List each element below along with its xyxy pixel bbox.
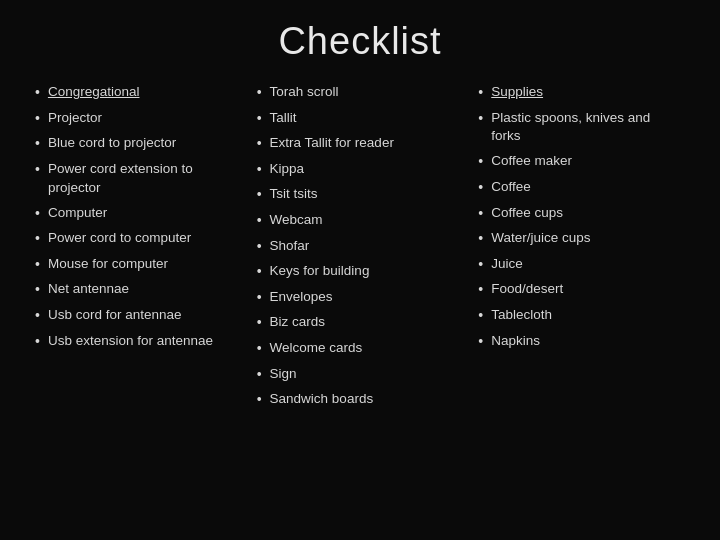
list-item-text: Computer bbox=[48, 204, 237, 223]
list-item-text: Tsit tsits bbox=[270, 185, 459, 204]
page-title: Checklist bbox=[30, 20, 690, 63]
list-item: Net antennae bbox=[35, 280, 237, 300]
list-item-text: Welcome cards bbox=[270, 339, 459, 358]
list-item: Tallit bbox=[257, 109, 459, 129]
list-item-text: Power cord to computer bbox=[48, 229, 237, 248]
list-item: Projector bbox=[35, 109, 237, 129]
list-item-text: Sign bbox=[270, 365, 459, 384]
list-item: Usb cord for antennae bbox=[35, 306, 237, 326]
list-col2: Torah scroll Tallit Extra Tallit for rea… bbox=[257, 83, 459, 410]
list-item: Tablecloth bbox=[478, 306, 680, 326]
list-item-text: Shofar bbox=[270, 237, 459, 256]
list-item: Juice bbox=[478, 255, 680, 275]
list-item-text: Supplies bbox=[491, 83, 680, 102]
list-item: Tsit tsits bbox=[257, 185, 459, 205]
list-item-text: Congregational bbox=[48, 83, 237, 102]
list-item-text: Kippa bbox=[270, 160, 459, 179]
list-item: Sandwich boards bbox=[257, 390, 459, 410]
list-item: Water/juice cups bbox=[478, 229, 680, 249]
list-item: Webcam bbox=[257, 211, 459, 231]
list-item: Torah scroll bbox=[257, 83, 459, 103]
list-item-text: Coffee bbox=[491, 178, 680, 197]
list-item-text: Net antennae bbox=[48, 280, 237, 299]
title-section: Checklist bbox=[30, 20, 690, 63]
list-item-text: Tallit bbox=[270, 109, 459, 128]
list-item-text: Usb extension for antennae bbox=[48, 332, 237, 351]
list-item-text: Keys for building bbox=[270, 262, 459, 281]
list-item: Napkins bbox=[478, 332, 680, 352]
list-item-text: Mouse for computer bbox=[48, 255, 237, 274]
list-item-text: Sandwich boards bbox=[270, 390, 459, 409]
list-item: Coffee bbox=[478, 178, 680, 198]
list-item: Power cord extension to projector bbox=[35, 160, 237, 198]
list-item: Mouse for computer bbox=[35, 255, 237, 275]
list-item: Congregational bbox=[35, 83, 237, 103]
list-item: Extra Tallit for reader bbox=[257, 134, 459, 154]
list-item: Envelopes bbox=[257, 288, 459, 308]
list-item: Coffee maker bbox=[478, 152, 680, 172]
list-item-text: Extra Tallit for reader bbox=[270, 134, 459, 153]
list-item-text: Coffee cups bbox=[491, 204, 680, 223]
list-item: Blue cord to projector bbox=[35, 134, 237, 154]
list-item-text: Coffee maker bbox=[491, 152, 680, 171]
list-item: Plastic spoons, knives and forks bbox=[478, 109, 680, 147]
list-item-text: Projector bbox=[48, 109, 237, 128]
list-item: Usb extension for antennae bbox=[35, 332, 237, 352]
list-item-text: Blue cord to projector bbox=[48, 134, 237, 153]
list-item: Sign bbox=[257, 365, 459, 385]
list-item-text: Napkins bbox=[491, 332, 680, 351]
list-col1: Congregational Projector Blue cord to pr… bbox=[35, 83, 237, 351]
list-item: Keys for building bbox=[257, 262, 459, 282]
list-item: Kippa bbox=[257, 160, 459, 180]
list-item: Biz cards bbox=[257, 313, 459, 333]
column-1: Congregational Projector Blue cord to pr… bbox=[30, 83, 247, 520]
list-item-text: Usb cord for antennae bbox=[48, 306, 237, 325]
list-item: Computer bbox=[35, 204, 237, 224]
column-2: Torah scroll Tallit Extra Tallit for rea… bbox=[247, 83, 469, 520]
list-item: Supplies bbox=[478, 83, 680, 103]
list-item: Welcome cards bbox=[257, 339, 459, 359]
list-item: Food/desert bbox=[478, 280, 680, 300]
list-item-text: Power cord extension to projector bbox=[48, 160, 237, 198]
list-item-text: Tablecloth bbox=[491, 306, 680, 325]
list-item: Power cord to computer bbox=[35, 229, 237, 249]
page-container: Checklist Congregational Projector Blue … bbox=[0, 0, 720, 540]
list-item-text: Envelopes bbox=[270, 288, 459, 307]
list-item: Shofar bbox=[257, 237, 459, 257]
list-item-text: Torah scroll bbox=[270, 83, 459, 102]
list-item-text: Juice bbox=[491, 255, 680, 274]
column-3: Supplies Plastic spoons, knives and fork… bbox=[468, 83, 690, 520]
list-col3: Supplies Plastic spoons, knives and fork… bbox=[478, 83, 680, 351]
list-item-text: Food/desert bbox=[491, 280, 680, 299]
list-item-text: Webcam bbox=[270, 211, 459, 230]
list-item-text: Plastic spoons, knives and forks bbox=[491, 109, 680, 147]
list-item: Coffee cups bbox=[478, 204, 680, 224]
columns-container: Congregational Projector Blue cord to pr… bbox=[30, 83, 690, 520]
list-item-text: Biz cards bbox=[270, 313, 459, 332]
list-item-text: Water/juice cups bbox=[491, 229, 680, 248]
